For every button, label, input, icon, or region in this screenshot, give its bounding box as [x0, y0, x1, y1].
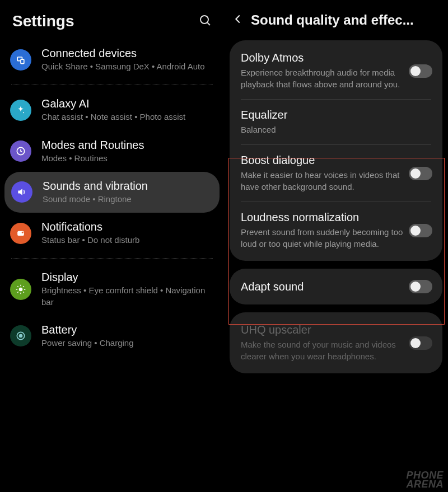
detail-title: Sound quality and effec... [251, 12, 440, 28]
toggle-uhq-upscaler [409, 336, 432, 350]
divider [11, 85, 213, 85]
sidebar-item-galaxy-ai[interactable]: Galaxy AI Chat assist • Note assist • Ph… [0, 90, 224, 130]
option-title: Adapt sound [241, 280, 403, 293]
watermark: PHONE ARENA [406, 471, 444, 489]
battery-icon [10, 325, 31, 346]
option-adapt-sound[interactable]: Adapt sound [230, 271, 442, 302]
sidebar-item-label: Display [41, 271, 214, 284]
option-dolby-atmos[interactable]: Dolby Atmos Experience breakthrough audi… [230, 43, 442, 99]
detail-header: Sound quality and effec... [224, 0, 448, 37]
option-desc: Experience breakthrough audio for media … [241, 67, 403, 90]
ai-icon [10, 100, 31, 121]
sidebar-item-display[interactable]: Display Brightness • Eye comfort shield … [0, 263, 224, 316]
sidebar-item-sub: Status bar • Do not disturb [41, 235, 214, 246]
svg-point-8 [19, 288, 23, 292]
option-title: UHQ upscaler [241, 324, 403, 336]
svg-point-4 [23, 112, 24, 113]
sidebar-item-label: Battery [41, 324, 214, 336]
toggle-loudness-normalization[interactable] [409, 224, 432, 237]
svg-line-1 [207, 22, 210, 25]
svg-rect-3 [21, 59, 24, 64]
svg-point-0 [200, 16, 208, 24]
sidebar-item-sub: Quick Share • Samsung DeX • Android Auto [41, 61, 214, 72]
sidebar-item-label: Connected devices [41, 47, 214, 60]
display-icon [10, 279, 31, 300]
options-card-adapt: Adapt sound [230, 269, 442, 304]
watermark-line: ARENA [406, 480, 444, 489]
sidebar-item-battery[interactable]: Battery Power saving • Charging [0, 316, 224, 357]
svg-line-14 [23, 292, 24, 293]
option-title: Boost dialogue [241, 154, 403, 167]
notifications-icon [10, 223, 31, 244]
sidebar-item-notifications[interactable]: Notifications Status bar • Do not distur… [0, 213, 224, 254]
devices-icon [10, 49, 31, 71]
toggle-dolby-atmos[interactable] [409, 64, 432, 78]
sidebar-item-sub: Brightness • Eye comfort shield • Naviga… [41, 285, 214, 308]
sidebar-item-label: Notifications [41, 221, 214, 233]
sidebar-item-sub: Power saving • Charging [41, 338, 214, 349]
option-desc: Balanced [241, 124, 432, 135]
sound-icon [11, 181, 32, 203]
settings-header: Settings [0, 0, 224, 39]
option-desc: Make it easier to hear voices in videos … [241, 169, 403, 193]
option-boost-dialogue[interactable]: Boost dialogue Make it easier to hear vo… [230, 145, 442, 202]
option-desc: Prevent sound from suddenly becoming too… [241, 226, 403, 250]
svg-point-7 [22, 231, 24, 233]
sidebar-item-sub: Sound mode • Ringtone [43, 194, 213, 205]
svg-line-15 [17, 292, 18, 293]
sidebar-item-label: Sounds and vibration [43, 180, 213, 193]
toggle-adapt-sound[interactable] [409, 280, 432, 293]
options-card-main: Dolby Atmos Experience breakthrough audi… [230, 40, 442, 261]
svg-line-16 [23, 286, 24, 287]
back-icon[interactable] [232, 13, 244, 27]
sidebar-item-sounds-vibration[interactable]: Sounds and vibration Sound mode • Ringto… [4, 172, 220, 213]
routines-icon [10, 140, 31, 162]
detail-pane: Sound quality and effec... Dolby Atmos E… [224, 0, 448, 492]
option-equalizer[interactable]: Equalizer Balanced [230, 100, 442, 144]
sidebar-item-label: Galaxy AI [41, 97, 214, 110]
divider [11, 258, 213, 259]
option-title: Equalizer [241, 109, 432, 121]
options-card-uhq: UHQ upscaler Make the sound of your musi… [230, 312, 442, 373]
option-desc: Make the sound of your music and videos … [241, 339, 403, 362]
option-loudness-normalization[interactable]: Loudness normalization Prevent sound fro… [230, 202, 442, 259]
sidebar-item-modes-routines[interactable]: Modes and Routines Modes • Routines [0, 131, 224, 172]
svg-point-18 [20, 335, 22, 338]
option-uhq-upscaler: UHQ upscaler Make the sound of your musi… [230, 315, 442, 371]
svg-line-13 [17, 286, 18, 287]
sidebar-item-connected-devices[interactable]: Connected devices Quick Share • Samsung … [0, 39, 224, 80]
search-icon[interactable] [198, 13, 212, 29]
option-title: Dolby Atmos [241, 51, 403, 64]
settings-sidebar: Settings Connected devices Quick Share •… [0, 0, 224, 492]
sidebar-item-label: Modes and Routines [41, 139, 214, 152]
sidebar-item-sub: Modes • Routines [41, 153, 214, 164]
option-title: Loudness normalization [241, 211, 403, 224]
toggle-boost-dialogue[interactable] [409, 167, 432, 180]
page-title: Settings [12, 12, 74, 30]
sidebar-item-sub: Chat assist • Note assist • Photo assist [41, 111, 214, 123]
